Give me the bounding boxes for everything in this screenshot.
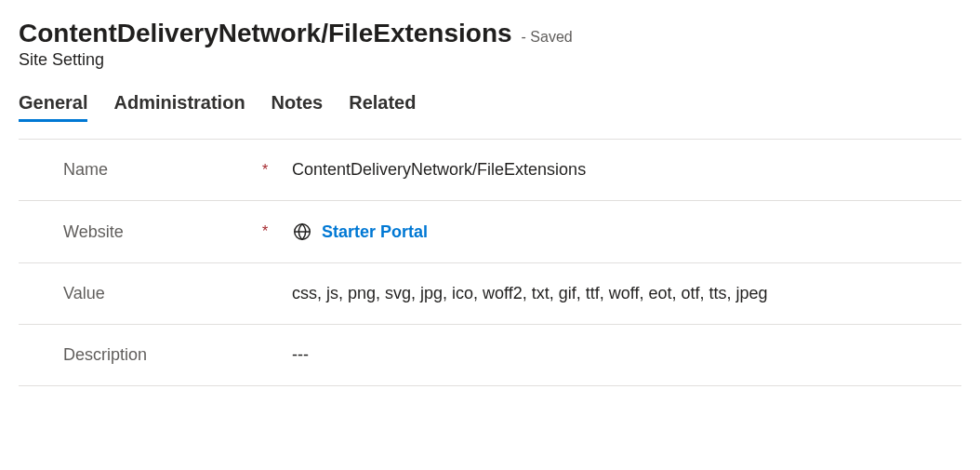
tab-notes[interactable]: Notes: [271, 92, 324, 122]
field-row-name: Name * ContentDeliveryNetwork/FileExtens…: [19, 140, 961, 201]
description-text: ---: [292, 345, 309, 365]
tab-bar: General Administration Notes Related: [19, 92, 961, 122]
website-link[interactable]: Starter Portal: [322, 222, 428, 242]
page-header: ContentDeliveryNetwork/FileExtensions - …: [19, 19, 961, 70]
tab-administration[interactable]: Administration: [113, 92, 245, 122]
required-mark: *: [262, 223, 271, 240]
field-row-website: Website * Starter Portal: [19, 201, 961, 263]
website-label: Website: [63, 222, 262, 242]
tab-general[interactable]: General: [19, 92, 87, 122]
entity-type-label: Site Setting: [19, 50, 961, 70]
globe-icon: [292, 222, 312, 242]
description-label: Description: [63, 345, 262, 365]
form-panel: Name * ContentDeliveryNetwork/FileExtens…: [19, 139, 961, 386]
label-cell: Description: [19, 345, 279, 365]
title-row: ContentDeliveryNetwork/FileExtensions - …: [19, 19, 961, 48]
field-row-description: Description ---: [19, 325, 961, 386]
name-label: Name: [63, 160, 262, 180]
description-input[interactable]: ---: [279, 345, 961, 365]
status-badge: - Saved: [522, 29, 573, 46]
label-cell: Name *: [19, 160, 279, 180]
label-cell: Website *: [19, 222, 279, 242]
value-label: Value: [63, 284, 262, 303]
required-mark: *: [262, 162, 271, 179]
name-value: ContentDeliveryNetwork/FileExtensions: [292, 160, 586, 180]
website-lookup[interactable]: Starter Portal: [279, 222, 961, 242]
value-input[interactable]: css, js, png, svg, jpg, ico, woff2, txt,…: [279, 284, 961, 303]
tab-related[interactable]: Related: [349, 92, 416, 122]
page-title: ContentDeliveryNetwork/FileExtensions: [19, 19, 512, 48]
value-text: css, js, png, svg, jpg, ico, woff2, txt,…: [292, 284, 768, 303]
field-row-value: Value css, js, png, svg, jpg, ico, woff2…: [19, 263, 961, 325]
name-input[interactable]: ContentDeliveryNetwork/FileExtensions: [279, 160, 961, 180]
label-cell: Value: [19, 284, 279, 303]
